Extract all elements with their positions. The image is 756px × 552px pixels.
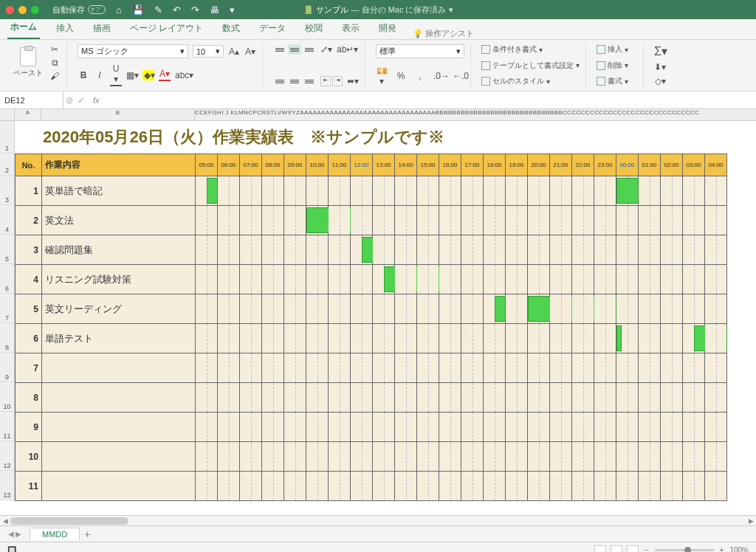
cell-hour[interactable]	[550, 413, 572, 442]
cell-hour[interactable]	[550, 206, 572, 235]
cell-hour[interactable]	[594, 353, 616, 383]
cell-hour[interactable]	[683, 383, 705, 413]
cell-task[interactable]: 英文リーディング	[42, 294, 196, 324]
cell-hour[interactable]	[506, 472, 528, 501]
cell-hour[interactable]	[661, 383, 683, 413]
cell-hour[interactable]	[240, 265, 262, 294]
cell-hour[interactable]	[506, 235, 528, 265]
cell-hour[interactable]	[484, 413, 506, 442]
cell-hour[interactable]	[616, 324, 639, 353]
cell-hour[interactable]	[218, 294, 240, 324]
zoom-slider[interactable]	[655, 549, 714, 551]
cell-hour[interactable]	[262, 294, 284, 324]
cell-hour[interactable]	[218, 265, 240, 294]
ribbon-tab[interactable]: 挿入	[53, 18, 77, 39]
cell-hour[interactable]	[528, 235, 550, 265]
cell-hour[interactable]	[550, 353, 572, 383]
cell-hour[interactable]	[639, 294, 661, 324]
cell-hour[interactable]	[572, 206, 594, 235]
cell-hour[interactable]	[306, 265, 329, 294]
cell-hour[interactable]	[528, 294, 550, 324]
cell-hour[interactable]	[284, 265, 306, 294]
cell-task[interactable]	[42, 472, 196, 501]
number-format-select[interactable]: 標準▾	[376, 44, 464, 58]
cell-hour[interactable]	[594, 176, 616, 206]
cell-hour[interactable]	[550, 442, 572, 472]
cell-hour[interactable]	[616, 383, 639, 413]
cell-hour[interactable]	[329, 176, 351, 206]
cell-hour[interactable]	[528, 472, 550, 501]
row-headers[interactable]: 12345678910111213	[0, 121, 15, 515]
worksheet[interactable]: 12345678910111213 2020年05月26日（火）作業実績表 ※サ…	[0, 121, 756, 515]
cell-hour[interactable]	[284, 235, 306, 265]
cell-hour[interactable]	[550, 176, 572, 206]
cell-hour[interactable]	[461, 413, 484, 442]
cell-hour[interactable]	[262, 324, 284, 353]
cell-hour[interactable]	[329, 413, 351, 442]
cell-hour[interactable]	[639, 353, 661, 383]
cell-hour[interactable]	[218, 442, 240, 472]
percent-button[interactable]: %	[395, 71, 407, 81]
horizontal-scrollbar[interactable]: ◀▶	[0, 515, 756, 525]
cell-hour[interactable]	[461, 206, 484, 235]
cell-hour[interactable]	[506, 294, 528, 324]
cell-hour[interactable]	[240, 324, 262, 353]
cell-hour[interactable]	[439, 294, 461, 324]
cell-hour[interactable]	[306, 294, 329, 324]
copy-icon[interactable]: ⧉	[49, 58, 61, 68]
cell-hour[interactable]	[528, 413, 550, 442]
cell-hour[interactable]	[683, 472, 705, 501]
cell-hour[interactable]	[218, 324, 240, 353]
cell-hour[interactable]	[572, 176, 594, 206]
cell-hour[interactable]	[550, 294, 572, 324]
cell-hour[interactable]	[417, 353, 439, 383]
cell-hour[interactable]	[616, 442, 639, 472]
cell-hour[interactable]	[484, 235, 506, 265]
cell-hour[interactable]	[616, 206, 639, 235]
cell-hour[interactable]	[351, 235, 373, 265]
cell-hour[interactable]	[395, 383, 417, 413]
cell-hour[interactable]	[661, 413, 683, 442]
cell-hour[interactable]	[594, 235, 616, 265]
cell-hour[interactable]	[351, 294, 373, 324]
ribbon-tab[interactable]: 表示	[339, 18, 362, 39]
cell-hour[interactable]	[351, 265, 373, 294]
cell-hour[interactable]	[639, 176, 661, 206]
cell-hour[interactable]	[616, 353, 639, 383]
cell-hour[interactable]	[705, 383, 727, 413]
ribbon-tab[interactable]: ページ レイアウト	[127, 18, 206, 39]
cell-hour[interactable]	[417, 294, 439, 324]
cell-hour[interactable]	[351, 442, 373, 472]
cell-hour[interactable]	[661, 294, 683, 324]
cell-hour[interactable]	[484, 383, 506, 413]
cell-hour[interactable]	[373, 206, 395, 235]
cell-task[interactable]: 英単語で暗記	[42, 176, 196, 206]
fill-color-button[interactable]: ◆▾	[142, 70, 154, 80]
cell-hour[interactable]	[417, 472, 439, 501]
cell-hour[interactable]	[240, 176, 262, 206]
grow-font-icon[interactable]: A▴	[228, 46, 240, 57]
delete-cells-button[interactable]: 削除▾	[597, 61, 637, 71]
cell-hour[interactable]	[594, 324, 616, 353]
time-bar[interactable]	[616, 325, 622, 351]
cell-task[interactable]	[42, 413, 196, 442]
cell-hour[interactable]	[594, 383, 616, 413]
cell-hour[interactable]	[373, 294, 395, 324]
cell-hour[interactable]	[417, 383, 439, 413]
cell-hour[interactable]	[351, 472, 373, 501]
cell-hour[interactable]	[616, 176, 639, 206]
cell-hour[interactable]	[572, 383, 594, 413]
cell-hour[interactable]	[284, 176, 306, 206]
ribbon-tab[interactable]: データ	[256, 18, 289, 39]
cell-hour[interactable]	[439, 353, 461, 383]
cell-hour[interactable]	[661, 353, 683, 383]
decrease-decimal-button[interactable]: ←.0	[453, 71, 464, 81]
cell-hour[interactable]	[240, 294, 262, 324]
cell-hour[interactable]	[461, 353, 484, 383]
cell-hour[interactable]	[240, 472, 262, 501]
vertical-align[interactable]	[273, 44, 316, 55]
cell-hour[interactable]	[639, 324, 661, 353]
cell-hour[interactable]	[639, 472, 661, 501]
conditional-format-button[interactable]: 条件付き書式▾	[481, 44, 580, 55]
cell-hour[interactable]	[218, 235, 240, 265]
